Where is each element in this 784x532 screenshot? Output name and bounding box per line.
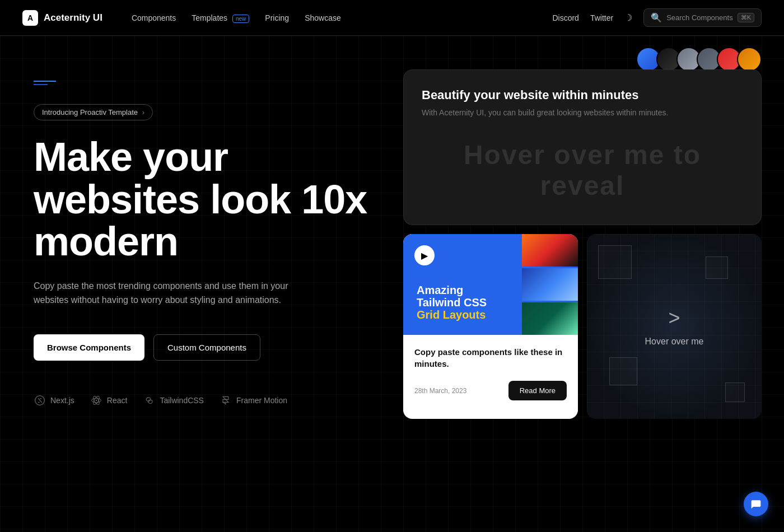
card-image-sunset bbox=[522, 234, 578, 267]
card-beautify-subtitle: With Aceternity UI, you can build great … bbox=[422, 108, 743, 117]
hero-section: Introducing Proactiv Template › Make you… bbox=[34, 69, 381, 510]
card-image-portrait bbox=[522, 268, 578, 301]
custom-components-button[interactable]: Custom Components bbox=[153, 334, 260, 361]
tech-stack: Next.js React bbox=[34, 394, 381, 407]
decorative-square-2 bbox=[706, 256, 728, 279]
cards-row: ▶ Amazing Tailwind CSS Grid Layouts Copy… bbox=[403, 234, 762, 419]
decorative-square-1 bbox=[598, 245, 632, 279]
announcement-text: Introducing Proactiv Template bbox=[42, 108, 138, 116]
nav-discord[interactable]: Discord bbox=[552, 13, 578, 22]
card-tailwind-bottom: Copy paste components like these in minu… bbox=[403, 335, 578, 412]
logo-icon: A bbox=[22, 10, 38, 26]
nav-showcase[interactable]: Showcase bbox=[305, 13, 341, 22]
hover-label: Hover over me bbox=[645, 337, 704, 346]
card-tailwind-date: 28th March, 2023 bbox=[414, 387, 466, 395]
avatar-6 bbox=[737, 47, 762, 72]
framer-label: Framer Motion bbox=[236, 396, 287, 405]
nav-twitter[interactable]: Twitter bbox=[590, 13, 613, 22]
accent-line-dark bbox=[34, 84, 48, 85]
hero-subtitle: Copy paste the most trending components … bbox=[34, 279, 325, 307]
nextjs-label: Next.js bbox=[50, 396, 74, 405]
card-tailwind-description: Copy paste components like these in minu… bbox=[414, 346, 567, 370]
browse-components-button[interactable]: Browse Components bbox=[34, 334, 144, 361]
nav-right: Discord Twitter ☽ 🔍 Search Components ⌘K bbox=[552, 8, 762, 27]
card-tailwind-arrow-icon: ▶ bbox=[414, 245, 435, 265]
decorative-square-3 bbox=[609, 357, 637, 385]
hero-buttons: Browse Components Custom Components bbox=[34, 334, 381, 361]
search-shortcut: ⌘K bbox=[738, 13, 754, 22]
read-more-button[interactable]: Read More bbox=[508, 381, 567, 400]
hero-title: Make your websites look 10x modern bbox=[34, 136, 381, 263]
chat-icon bbox=[750, 498, 762, 510]
avatar-row bbox=[636, 47, 762, 72]
tech-nextjs: Next.js bbox=[34, 394, 74, 407]
search-bar[interactable]: 🔍 Search Components ⌘K bbox=[643, 8, 762, 27]
theme-toggle-icon[interactable]: ☽ bbox=[624, 12, 632, 23]
card-image-nature bbox=[522, 302, 578, 335]
nav-components[interactable]: Components bbox=[132, 13, 176, 22]
new-badge: new bbox=[232, 15, 249, 23]
nextjs-icon bbox=[34, 394, 46, 407]
framer-icon bbox=[220, 394, 232, 407]
react-label: React bbox=[107, 396, 128, 405]
right-section: Beautify your website within minutes Wit… bbox=[403, 69, 762, 510]
search-placeholder: Search Components bbox=[666, 13, 733, 22]
chat-button[interactable] bbox=[744, 492, 768, 516]
nav-templates[interactable]: Templates new bbox=[192, 13, 249, 22]
card-tailwind: ▶ Amazing Tailwind CSS Grid Layouts Copy… bbox=[403, 234, 578, 419]
react-icon bbox=[90, 394, 102, 407]
card-hover-content: > Hover over me bbox=[645, 306, 704, 347]
hover-reveal-text[interactable]: Hover over me to reveal bbox=[422, 134, 743, 207]
announcement-arrow-icon: › bbox=[142, 109, 144, 116]
decorative-square-4 bbox=[725, 382, 745, 402]
nav-pricing[interactable]: Pricing bbox=[265, 13, 289, 22]
tailwind-label: TailwindCSS bbox=[160, 396, 204, 405]
accent-lines bbox=[34, 81, 381, 87]
tech-tailwind: TailwindCSS bbox=[143, 394, 204, 407]
tech-framer: Framer Motion bbox=[220, 394, 287, 407]
main-content: Introducing Proactiv Template › Make you… bbox=[0, 36, 784, 532]
card-beautify: Beautify your website within minutes Wit… bbox=[403, 69, 762, 225]
svg-point-4 bbox=[96, 400, 97, 402]
card-hover[interactable]: > Hover over me bbox=[587, 234, 762, 419]
card-beautify-title: Beautify your website within minutes bbox=[422, 88, 743, 102]
logo[interactable]: A Aceternity UI bbox=[22, 10, 102, 26]
hover-arrow-icon: > bbox=[645, 306, 704, 330]
tailwind-icon bbox=[143, 394, 155, 407]
accent-line-blue bbox=[34, 81, 56, 82]
nav-links: Components Templates new Pricing Showcas… bbox=[132, 13, 535, 22]
announcement-badge[interactable]: Introducing Proactiv Template › bbox=[34, 104, 153, 120]
card-tailwind-top: ▶ Amazing Tailwind CSS Grid Layouts bbox=[403, 234, 578, 335]
card-tailwind-footer: 28th March, 2023 Read More bbox=[414, 381, 567, 400]
card-tailwind-images bbox=[522, 234, 578, 335]
logo-text: Aceternity UI bbox=[44, 12, 102, 24]
search-icon: 🔍 bbox=[651, 12, 662, 23]
tech-react: React bbox=[90, 394, 128, 407]
navbar: A Aceternity UI Components Templates new… bbox=[0, 0, 784, 36]
